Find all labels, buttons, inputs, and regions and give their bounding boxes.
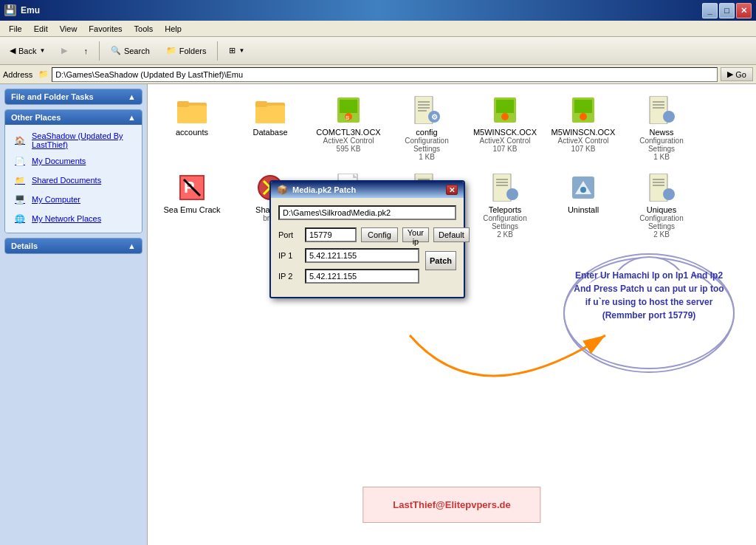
file-m5winsck[interactable]: M5WINSCK.OCX ActiveX Control 107 KB (468, 92, 542, 165)
separator-2 (217, 41, 218, 61)
svg-text:⚙: ⚙ (431, 113, 438, 121)
email-text: LastThief@Elitepvpers.de (393, 499, 510, 510)
file-size: 107 KB (571, 145, 596, 153)
svg-point-58 (564, 254, 734, 372)
email-box: LastThief@Elitepvpers.de (362, 487, 540, 523)
file-size: 595 KB (337, 145, 361, 153)
file-size: 1 KB (653, 153, 670, 161)
ip1-row: IP 1 (278, 248, 419, 263)
menu-help[interactable]: Help (159, 23, 188, 35)
link-shareddocs[interactable]: 📁 Shared Documents (10, 171, 137, 190)
file-uniques[interactable]: Uniques Configuration Settings 2 KB (625, 169, 698, 242)
file-accounts[interactable]: accounts (155, 92, 229, 165)
svg-point-61 (656, 276, 715, 328)
views-dropdown-icon[interactable]: ▼ (238, 47, 244, 54)
menu-file[interactable]: File (3, 23, 28, 35)
svg-point-67 (569, 267, 729, 367)
folders-button[interactable]: 📁 Folders (159, 43, 213, 58)
svg-point-64 (584, 275, 640, 322)
file-seaemucrack[interactable]: P Sea Emu Crack (155, 169, 229, 242)
menu-favorites[interactable]: Favorites (83, 23, 128, 35)
file-name: Sea Emu Crack (163, 205, 220, 214)
file-name: Teleports (489, 205, 522, 214)
dialog-close-button[interactable]: ✕ (446, 185, 458, 195)
port-label: Port (278, 230, 300, 239)
search-button[interactable]: 🔍 Search (104, 43, 157, 58)
dialog-title-text: Media.pk2 Patch (292, 185, 441, 194)
link-mynetwork-label: My Network Places (32, 214, 101, 223)
dialog-path-input[interactable] (278, 205, 456, 220)
title-bar-buttons: _ □ ✕ (702, 3, 752, 18)
svg-rect-19 (496, 100, 514, 113)
tasks-header[interactable]: File and Folder Tasks ▲ (5, 89, 142, 104)
close-button[interactable]: ✕ (736, 3, 752, 18)
maximize-button[interactable]: □ (719, 3, 735, 18)
link-mycomputer[interactable]: 🖥️ My Computer (10, 190, 137, 209)
window-icon: 💾 (4, 4, 16, 16)
svg-rect-4 (255, 106, 285, 123)
ip1-input[interactable] (305, 248, 419, 263)
link-mynetwork[interactable]: 🌐 My Network Places (10, 209, 137, 228)
svg-point-59 (583, 276, 642, 328)
patch-dialog: 📦 Media.pk2 Patch ✕ Port Config Your ip … (269, 180, 465, 298)
file-comctl[interactable]: S COMCTL3N.OCX ActiveX Control 595 KB (312, 92, 385, 165)
shareddocs-icon: 📁 (13, 173, 27, 188)
file-database[interactable]: Database (233, 92, 307, 165)
details-header[interactable]: Details ▲ (5, 239, 142, 253)
forward-button[interactable]: ▶ (55, 43, 74, 58)
svg-point-62 (568, 265, 730, 369)
folders-label: Folders (179, 47, 207, 55)
file-m5winscn[interactable]: M5WINSCN.OCX ActiveX Control 107 KB (546, 92, 620, 165)
link-mycomputer-label: My Computer (32, 195, 80, 204)
teleports-icon (490, 173, 520, 202)
yourip-button[interactable]: Your ip (402, 227, 429, 242)
address-label: Address (3, 70, 32, 79)
tasks-header-label: File and Folder Tasks (11, 92, 94, 101)
file-name: M5WINSCN.OCX (551, 128, 616, 137)
minimize-button[interactable]: _ (702, 3, 718, 18)
mynetwork-icon: 🌐 (13, 211, 27, 226)
cloud-callout: Enter Ur Hamachi Ip on Ip1 And Ip2 And P… (557, 232, 741, 344)
svg-rect-1 (177, 106, 207, 123)
back-dropdown-icon[interactable]: ▼ (39, 47, 45, 54)
port-input[interactable] (305, 227, 357, 242)
go-label: Go (735, 70, 746, 79)
dialog-body: Port Config Your ip Default IP 1 IP 2 (271, 198, 464, 297)
file-newss[interactable]: Newss Configuration Settings 1 KB (625, 92, 698, 165)
link-shareddocs-label: Shared Documents (32, 176, 101, 185)
config-button[interactable]: Config (361, 227, 398, 242)
menu-view[interactable]: View (54, 23, 83, 35)
file-desc: ActiveX Control (323, 137, 374, 145)
file-uninstall[interactable]: Uninstall (546, 169, 620, 242)
views-button[interactable]: ⊞ ▼ (222, 43, 251, 58)
link-seashadow[interactable]: 🏠 SeaShadow (Updated By LastThief) (10, 129, 137, 151)
address-bar: Address 📁 ▶ Go (0, 65, 756, 84)
svg-point-57 (663, 188, 675, 200)
default-button[interactable]: Default (433, 227, 470, 242)
up-button[interactable]: ↑ (77, 44, 94, 58)
dialog-title-bar: 📦 Media.pk2 Patch ✕ (271, 182, 464, 198)
link-mydocs[interactable]: 📄 My Documents (10, 151, 137, 171)
file-config[interactable]: ⚙ config Configuration Settings 1 KB (390, 92, 464, 165)
address-input[interactable] (52, 67, 718, 82)
patch-button[interactable]: Patch (425, 251, 456, 270)
back-button[interactable]: ◀ Back ▼ (3, 43, 52, 58)
menu-edit[interactable]: Edit (28, 23, 54, 35)
menu-tools[interactable]: Tools (128, 23, 159, 35)
other-places-header[interactable]: Other Places ▲ (5, 110, 142, 125)
file-desc: Configuration Settings (394, 137, 460, 153)
file-name: Uniques (647, 205, 676, 214)
file-desc: ActiveX Control (480, 137, 531, 145)
forward-icon: ▶ (61, 46, 67, 55)
tasks-section: File and Folder Tasks ▲ (4, 89, 142, 105)
link-mydocs-label: My Documents (32, 157, 86, 165)
go-button[interactable]: ▶ Go (721, 67, 753, 81)
main-layout: File and Folder Tasks ▲ Other Places ▲ 🏠… (0, 84, 756, 545)
dialog-top-row: Port Config Your ip Default (278, 227, 456, 242)
mydocs-icon: 📄 (13, 154, 27, 168)
ip2-input[interactable] (305, 269, 419, 284)
ip1-label: IP 1 (278, 251, 300, 260)
file-teleports[interactable]: Teleports Configuration Settings 2 KB (468, 169, 542, 242)
back-label: Back (18, 47, 36, 55)
dialog-title-icon: 📦 (277, 185, 288, 195)
